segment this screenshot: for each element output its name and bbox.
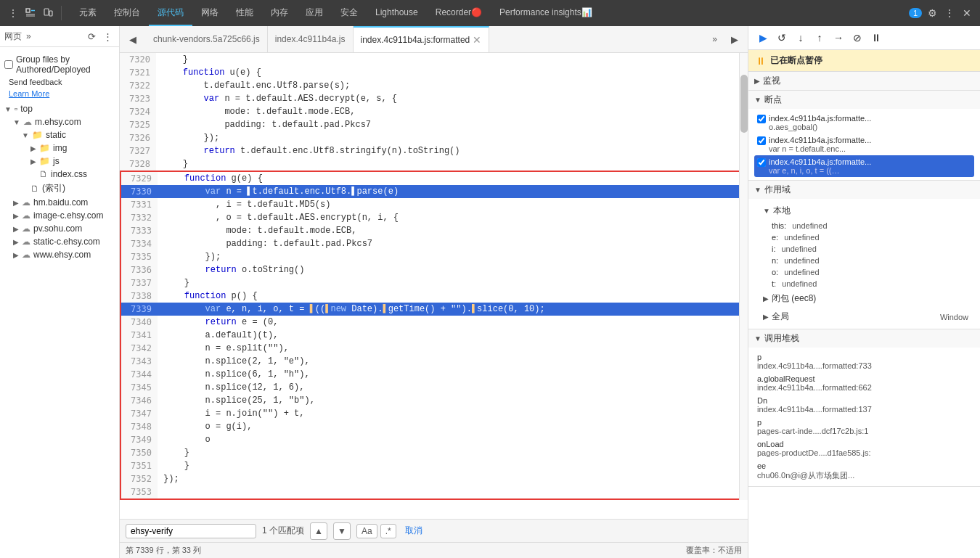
arrow-icon: ▶ bbox=[13, 225, 19, 233]
tab-security[interactable]: 安全 bbox=[332, 0, 367, 26]
call-stack-item-ee[interactable]: ee chu06.0n@i@从市场集团... bbox=[754, 459, 974, 483]
device-icon[interactable] bbox=[41, 6, 55, 20]
tree-item-wwwehsy[interactable]: ▶ ☁ www.ehsy.com bbox=[0, 248, 119, 261]
group-checkbox[interactable] bbox=[4, 60, 13, 69]
code-line-7340: 7340 return e = (0, bbox=[121, 316, 746, 329]
sidebar-tab-webpage[interactable]: 网页 bbox=[4, 30, 22, 43]
watch-section: ▶ 监视 bbox=[748, 72, 980, 91]
tab-lighthouse[interactable]: Lighthouse bbox=[367, 0, 427, 26]
scope-i: i: undefined bbox=[769, 243, 974, 255]
scrollbar-thumb[interactable] bbox=[740, 75, 748, 133]
search-next-btn[interactable]: ▼ bbox=[333, 522, 351, 540]
watch-title: 监视 bbox=[763, 75, 780, 87]
breakpoint-item-2[interactable]: index.4c911b4a.js:formatte... var n = t.… bbox=[754, 134, 974, 155]
search-input[interactable] bbox=[126, 524, 256, 538]
tree-item-imagec[interactable]: ▶ ☁ image-c.ehsy.com bbox=[0, 209, 119, 222]
step-out-btn[interactable]: ↑ bbox=[811, 29, 828, 46]
code-line-7343: 7343 n.splice(2, 1, "e"), bbox=[121, 355, 746, 368]
sidebar-sync-icon[interactable]: ⟳ bbox=[84, 29, 99, 44]
code-line-7353: 7353 bbox=[121, 485, 746, 498]
sidebar-add-icon[interactable]: ⋮ bbox=[100, 29, 115, 44]
case-sensitive-btn[interactable]: Aa bbox=[356, 524, 377, 538]
step-into-btn[interactable]: ↓ bbox=[792, 29, 809, 46]
editor-tab-chunk-vendors[interactable]: chunk-vendors.5a725c66.js bbox=[146, 26, 268, 52]
tab-elements[interactable]: 元素 bbox=[70, 0, 105, 26]
closure-header[interactable]: ▶ 闭包 (eec8) bbox=[754, 290, 974, 308]
tab-recorder[interactable]: Recorder 🔴 bbox=[427, 0, 491, 26]
step-over-btn[interactable]: ↺ bbox=[773, 29, 791, 46]
tree-item-baidu[interactable]: ▶ ☁ hm.baidu.com bbox=[0, 196, 119, 209]
more-icon[interactable]: ⋮ bbox=[6, 6, 20, 20]
arrow-icon: ▶ bbox=[13, 238, 19, 246]
call-stack-header[interactable]: ▼ 调用堆栈 bbox=[748, 329, 980, 348]
editor-tab-more[interactable]: » bbox=[708, 34, 722, 44]
close-icon[interactable]: ✕ bbox=[960, 6, 974, 20]
arrow-icon: ▶ bbox=[13, 199, 19, 207]
editor-tab-index-js[interactable]: index.4c911b4a.js bbox=[268, 26, 354, 52]
call-stack-item-p2[interactable]: p pages-cart-inde....dcf17c2b.js:1 bbox=[754, 416, 974, 438]
toolbar-left: ⋮ bbox=[0, 6, 70, 20]
learn-more-link[interactable]: Learn More bbox=[4, 88, 115, 99]
resume-btn[interactable]: ▶ bbox=[754, 29, 772, 46]
breakpoint-checkbox-3[interactable] bbox=[757, 158, 766, 167]
nav-left-icon[interactable]: ◀ bbox=[124, 30, 142, 48]
breakpoint-item-1[interactable]: index.4c911b4a.js:formatte... o.aes_goba… bbox=[754, 112, 974, 134]
close-tab-icon[interactable]: ✕ bbox=[473, 34, 481, 46]
tree-item-img[interactable]: ▶ 📁 img bbox=[0, 141, 119, 155]
breakpoint-checkbox-2[interactable] bbox=[757, 136, 766, 145]
tab-memory[interactable]: 内存 bbox=[262, 0, 297, 26]
tab-application[interactable]: 应用 bbox=[297, 0, 332, 26]
call-stack-item-p[interactable]: p index.4c911b4a....formatted:733 bbox=[754, 350, 974, 372]
tree-item-sohu[interactable]: ▶ ☁ pv.sohu.com bbox=[0, 222, 119, 235]
tab-network[interactable]: 网络 bbox=[192, 0, 227, 26]
tree-item-mehsy[interactable]: ▼ ☁ m.ehsy.com bbox=[0, 115, 119, 128]
group-files-by[interactable]: Group files by Authored/Deployed bbox=[4, 53, 115, 76]
breakpoint-checkbox-1[interactable] bbox=[757, 115, 766, 123]
code-line-7322: 7322 t.default.enc.Utf8.parse(s); bbox=[120, 79, 748, 92]
svg-rect-5 bbox=[49, 11, 52, 16]
inspect-icon[interactable] bbox=[23, 6, 38, 20]
right-panel-scroll[interactable]: ▶ 监视 ▼ 断点 index.4c911b4a.js:formatte... … bbox=[748, 72, 980, 558]
code-lines-area[interactable]: 7320 } 7321 function u(e) { 7322 t.defau… bbox=[120, 53, 748, 519]
tree-item-indexcss[interactable]: 🗋 index.css bbox=[0, 168, 119, 181]
main-toolbar: ⋮ 元素 控制台 源代码 网络 性能 内存 应用 安全 Lighthouse R… bbox=[0, 0, 980, 26]
svg-rect-0 bbox=[26, 9, 30, 12]
tab-sources[interactable]: 源代码 bbox=[149, 0, 192, 26]
sidebar-more-icon[interactable]: » bbox=[26, 31, 31, 41]
editor-tab-index-formatted[interactable]: index.4c911b4a.js:formatted ✕ bbox=[354, 26, 490, 52]
svg-rect-4 bbox=[44, 9, 49, 15]
search-prev-btn[interactable]: ▲ bbox=[310, 522, 327, 540]
tab-performance[interactable]: 性能 bbox=[227, 0, 262, 26]
breakpoint-item-3[interactable]: index.4c911b4a.js:formatte... var e, n, … bbox=[754, 155, 974, 177]
file-sidebar: 网页 » ⟳ ⋮ Group files by Authored/Deploye… bbox=[0, 26, 120, 558]
tree-item-staticc[interactable]: ▶ ☁ static-c.ehsy.com bbox=[0, 235, 119, 248]
call-stack-item-globalrequest[interactable]: a.globalRequest index.4c911b4a....format… bbox=[754, 372, 974, 394]
settings-icon[interactable]: ⚙ bbox=[925, 6, 939, 20]
tab-console[interactable]: 控制台 bbox=[105, 0, 149, 26]
nav-right-icon[interactable]: ▶ bbox=[726, 30, 743, 48]
local-header[interactable]: ▼ 本地 bbox=[754, 202, 974, 220]
cloud-icon: ☁ bbox=[22, 250, 30, 260]
search-cancel-btn[interactable]: 取消 bbox=[405, 525, 422, 537]
breakpoints-header[interactable]: ▼ 断点 bbox=[748, 91, 980, 109]
tree-item-top[interactable]: ▼ ▫ top bbox=[0, 102, 119, 115]
tree-item-static[interactable]: ▼ 📁 static bbox=[0, 128, 119, 141]
step-btn[interactable]: → bbox=[830, 29, 847, 46]
scope-header[interactable]: ▼ 作用域 bbox=[748, 181, 980, 199]
vertical-scrollbar[interactable] bbox=[739, 53, 748, 500]
folder-icon: ▫ bbox=[15, 104, 17, 114]
more-options-icon[interactable]: ⋮ bbox=[942, 6, 957, 20]
call-stack-item-onload[interactable]: onLoad pages-productDe....d1fae585.js: bbox=[754, 438, 974, 459]
tree-item-index[interactable]: 🗋 (索引) bbox=[0, 181, 119, 196]
watch-header[interactable]: ▶ 监视 bbox=[748, 72, 980, 90]
regex-btn[interactable]: .* bbox=[380, 524, 396, 538]
global-header[interactable]: ▶ 全局 Window bbox=[754, 308, 974, 326]
call-stack-section: ▼ 调用堆栈 p index.4c911b4a....formatted:733… bbox=[748, 329, 980, 487]
deactivate-breakpoints-btn[interactable]: ⊘ bbox=[849, 29, 866, 46]
call-stack-item-dn[interactable]: Dn index.4c911b4a....formatted:137 bbox=[754, 394, 974, 416]
tab-performance-insights[interactable]: Performance insights 📊 bbox=[491, 0, 601, 26]
tree-item-js[interactable]: ▶ 📁 js bbox=[0, 155, 119, 168]
pause-exceptions-btn[interactable]: ⏸ bbox=[867, 29, 885, 46]
code-line-7329: 7329 function g(e) { bbox=[121, 172, 746, 185]
sidebar-options: ⟳ ⋮ bbox=[84, 29, 115, 44]
